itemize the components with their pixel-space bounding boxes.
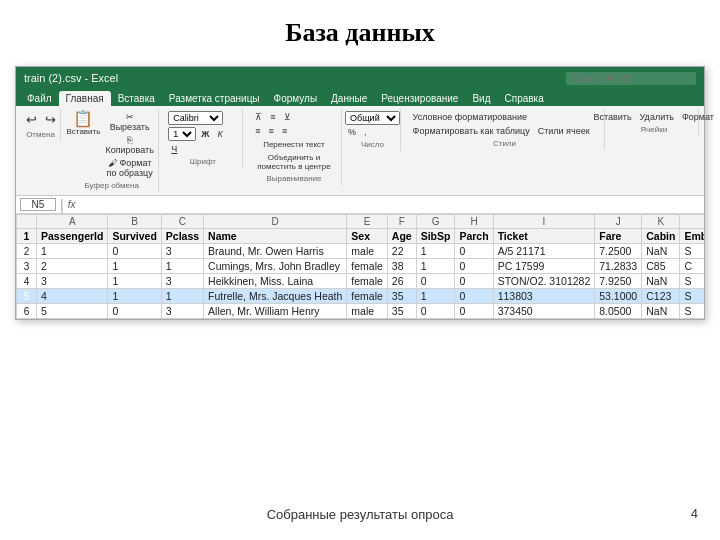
cell-styles-button[interactable]: Стили ячеек (535, 125, 593, 137)
table-cell[interactable]: 7.2500 (595, 244, 642, 259)
excel-search[interactable] (566, 72, 696, 85)
table-cell[interactable]: PC 17599 (493, 259, 595, 274)
undo-button[interactable]: ↩ (23, 111, 40, 128)
table-cell[interactable]: 0 (455, 304, 493, 319)
align-bottom-button[interactable]: ⊻ (281, 111, 294, 123)
table-cell[interactable]: 7.9250 (595, 274, 642, 289)
redo-button[interactable]: ↪ (42, 111, 59, 128)
table-cell[interactable]: 53.1000 (595, 289, 642, 304)
table-cell[interactable]: 2 (37, 259, 108, 274)
table-cell[interactable]: NaN (642, 304, 680, 319)
table-cell[interactable]: 0 (416, 304, 455, 319)
table-cell[interactable]: C (680, 259, 704, 274)
copy-button[interactable]: ⎘ Копировать (102, 134, 156, 156)
table-cell[interactable]: 26 (387, 274, 416, 289)
table-cell[interactable]: 3 (161, 244, 203, 259)
table-cell[interactable]: STON/O2. 3101282 (493, 274, 595, 289)
table-cell[interactable]: Heikkinen, Miss. Laina (204, 274, 347, 289)
cut-button[interactable]: ✂ Вырезать (102, 111, 156, 133)
italic-button[interactable]: К (214, 128, 225, 140)
table-cell[interactable]: 0 (108, 244, 161, 259)
table-cell[interactable]: 3 (37, 274, 108, 289)
col-header-C[interactable]: C (161, 215, 203, 229)
table-cell[interactable]: female (347, 259, 388, 274)
col-header-H[interactable]: H (455, 215, 493, 229)
table-cell[interactable]: 0 (455, 244, 493, 259)
table-cell[interactable]: 1 (108, 259, 161, 274)
align-middle-button[interactable]: ≡ (267, 111, 278, 123)
table-cell[interactable]: 1 (416, 259, 455, 274)
col-header-J[interactable]: J (595, 215, 642, 229)
table-cell[interactable]: 0 (455, 259, 493, 274)
ribbon-tab-pagelayout[interactable]: Разметка страницы (162, 91, 267, 106)
table-cell[interactable]: Name (204, 229, 347, 244)
col-header-L[interactable]: L (680, 215, 704, 229)
table-cell[interactable]: Cabin (642, 229, 680, 244)
table-cell[interactable]: 22 (387, 244, 416, 259)
align-right-button[interactable]: ≡ (279, 125, 290, 137)
formula-input[interactable] (79, 199, 700, 210)
font-family-select[interactable]: Calibri (168, 111, 223, 125)
table-cell[interactable]: 35 (387, 289, 416, 304)
col-header-G[interactable]: G (416, 215, 455, 229)
col-header-K[interactable]: K (642, 215, 680, 229)
bold-button[interactable]: Ж (198, 128, 212, 140)
table-cell[interactable]: A/5 21171 (493, 244, 595, 259)
align-center-button[interactable]: ≡ (266, 125, 277, 137)
table-cell[interactable]: 38 (387, 259, 416, 274)
table-cell[interactable]: Age (387, 229, 416, 244)
table-cell[interactable]: 4 (37, 289, 108, 304)
table-cell[interactable]: male (347, 304, 388, 319)
col-header-F[interactable]: F (387, 215, 416, 229)
col-header-I[interactable]: I (493, 215, 595, 229)
table-cell[interactable]: 1 (108, 274, 161, 289)
format-cell-button[interactable]: Формат (679, 111, 717, 123)
table-cell[interactable]: Pclass (161, 229, 203, 244)
table-cell[interactable]: S (680, 244, 704, 259)
table-cell[interactable]: Ticket (493, 229, 595, 244)
col-header-E[interactable]: E (347, 215, 388, 229)
table-cell[interactable]: 0 (455, 274, 493, 289)
table-cell[interactable]: 5 (37, 304, 108, 319)
delete-cell-button[interactable]: Удалить (637, 111, 677, 123)
table-cell[interactable]: 8.0500 (595, 304, 642, 319)
table-cell[interactable]: Cumings, Mrs. John Bradley (204, 259, 347, 274)
ribbon-tab-review[interactable]: Рецензирование (374, 91, 465, 106)
ribbon-tab-formulas[interactable]: Формулы (267, 91, 325, 106)
table-cell[interactable]: 113803 (493, 289, 595, 304)
table-cell[interactable]: PassengerId (37, 229, 108, 244)
table-cell[interactable]: Survived (108, 229, 161, 244)
table-cell[interactable]: 0 (416, 274, 455, 289)
number-format-select[interactable]: Общий (345, 111, 400, 125)
table-cell[interactable]: male (347, 244, 388, 259)
table-cell[interactable]: 373450 (493, 304, 595, 319)
table-cell[interactable]: C85 (642, 259, 680, 274)
insert-cell-button[interactable]: Вставить (590, 111, 634, 123)
name-box[interactable] (20, 198, 56, 211)
table-cell[interactable]: 1 (416, 289, 455, 304)
table-cell[interactable]: NaN (642, 244, 680, 259)
table-cell[interactable]: 1 (108, 289, 161, 304)
table-cell[interactable]: S (680, 304, 704, 319)
merge-center-button[interactable]: Объединить и поместить в центре (252, 152, 335, 172)
comma-button[interactable]: , (361, 126, 370, 138)
col-header-D[interactable]: D (204, 215, 347, 229)
percent-button[interactable]: % (345, 126, 359, 138)
format-copy-button[interactable]: 🖌 Формат по образцу (102, 157, 156, 179)
table-cell[interactable]: 3 (161, 274, 203, 289)
wrap-text-button[interactable]: Перенести текст (252, 139, 335, 150)
table-cell[interactable]: Braund, Mr. Owen Harris (204, 244, 347, 259)
paste-button[interactable]: 📋 Вставить (66, 111, 100, 136)
table-cell[interactable]: Parch (455, 229, 493, 244)
ribbon-tab-view[interactable]: Вид (465, 91, 497, 106)
ribbon-tab-file[interactable]: Файл (20, 91, 59, 106)
table-cell[interactable]: 3 (161, 304, 203, 319)
table-cell[interactable]: 1 (37, 244, 108, 259)
font-size-select[interactable]: 11 (168, 127, 196, 141)
table-cell[interactable]: Embarked (680, 229, 704, 244)
table-cell[interactable]: 1 (416, 244, 455, 259)
table-cell[interactable]: S (680, 289, 704, 304)
ribbon-tab-insert[interactable]: Вставка (111, 91, 162, 106)
table-cell[interactable]: NaN (642, 274, 680, 289)
table-cell[interactable]: SibSp (416, 229, 455, 244)
